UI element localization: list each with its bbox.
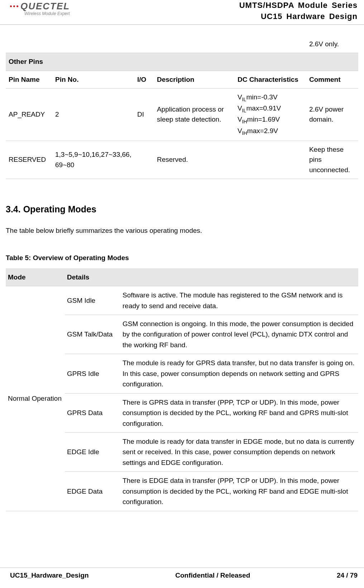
pin-desc: Reserved. — [154, 141, 235, 179]
section-intro: The table below briefly summarizes the v… — [6, 225, 358, 236]
content-area: 2.6V only. Other Pins Pin Name Pin No. I… — [0, 25, 364, 511]
section-title: Operating Modes — [23, 204, 96, 214]
footer-center: Confidential / Released — [175, 571, 250, 579]
col-pin-name: Pin Name — [6, 71, 52, 89]
col-pin-no: Pin No. — [52, 71, 134, 89]
mode-group-label: Normal Operation — [6, 286, 65, 511]
mode-detail: GSM connection is ongoing. In this mode,… — [120, 315, 358, 354]
page-footer: UC15_Hardware_Design Confidential / Rele… — [0, 568, 364, 579]
pin-table: 2.6V only. Other Pins Pin Name Pin No. I… — [6, 36, 358, 179]
pin-io — [134, 141, 154, 179]
pin-name: AP_READY — [6, 89, 52, 141]
doc-name: UC15 Hardware Design — [239, 11, 358, 22]
logo-wordmark: QUECTEL — [10, 1, 70, 12]
mode-sub: EDGE Data — [65, 472, 120, 511]
table5-caption: Table 5: Overview of Operating Modes — [6, 254, 358, 262]
doc-series: UMTS/HSDPA Module Series — [239, 0, 358, 11]
column-header-row: Pin Name Pin No. I/O Description DC Char… — [6, 71, 358, 89]
mode-col-details: Details — [65, 268, 358, 286]
table-row: Normal Operation GSM Idle Software is ac… — [6, 286, 358, 315]
hanging-comment: 2.6V only. — [306, 36, 358, 53]
mode-sub: GPRS Data — [65, 393, 120, 432]
table-row: AP_READY 2 DI Application process or sle… — [6, 89, 358, 141]
logo-text: QUECTEL — [20, 1, 70, 12]
pin-no: 2 — [52, 89, 134, 141]
pin-comment: 2.6V power domain. — [306, 89, 358, 141]
operating-modes-table: Mode Details Normal Operation GSM Idle S… — [6, 268, 358, 511]
pin-dc: VILmin=-0.3V VILmax=0.91V VIHmin=1.69V V… — [235, 89, 306, 141]
pin-comment: Keep these pins unconnected. — [306, 141, 358, 179]
footer-left: UC15_Hardware_Design — [10, 571, 89, 579]
mode-header-row: Mode Details — [6, 268, 358, 286]
mode-detail: There is GPRS data in transfer (PPP, TCP… — [120, 393, 358, 432]
mode-sub: GSM Talk/Data — [65, 315, 120, 354]
col-io: I/O — [134, 71, 154, 89]
mode-sub: GPRS Idle — [65, 354, 120, 393]
section-header-row: Other Pins — [6, 53, 358, 71]
pin-desc: Application process or sleep state detec… — [154, 89, 235, 141]
col-desc: Description — [154, 71, 235, 89]
mode-detail: The module is ready for GPRS data transf… — [120, 354, 358, 393]
other-pins-title: Other Pins — [6, 53, 358, 71]
mode-col-mode: Mode — [6, 268, 65, 286]
logo-dots-icon — [10, 5, 18, 7]
mode-sub: EDGE Idle — [65, 432, 120, 471]
table-row: RESERVED 1,3~5,9~10,16,27~33,66, 69~80 R… — [6, 141, 358, 179]
document-page: QUECTEL Wireless Module Expert UMTS/HSDP… — [0, 0, 364, 588]
pin-no: 1,3~5,9~10,16,27~33,66, 69~80 — [52, 141, 134, 179]
col-dc: DC Characteristics — [235, 71, 306, 89]
section-number: 3.4. — [6, 204, 21, 214]
mode-detail: Software is active. The module has regis… — [120, 286, 358, 315]
page-header: QUECTEL Wireless Module Expert UMTS/HSDP… — [0, 0, 364, 25]
logo-tagline: Wireless Module Expert — [24, 11, 70, 16]
col-comment: Comment — [306, 71, 358, 89]
mode-detail: There is EDGE data in transfer (PPP, TCP… — [120, 472, 358, 511]
footer-right: 24 / 79 — [337, 571, 358, 579]
pin-name: RESERVED — [6, 141, 52, 179]
pin-io: DI — [134, 89, 154, 141]
mode-detail: The module is ready for data transfer in… — [120, 432, 358, 471]
doc-title-block: UMTS/HSDPA Module Series UC15 Hardware D… — [239, 0, 358, 22]
logo-block: QUECTEL Wireless Module Expert — [10, 0, 70, 16]
mode-sub: GSM Idle — [65, 286, 120, 315]
pin-dc — [235, 141, 306, 179]
table-row: 2.6V only. — [6, 36, 358, 53]
section-heading: 3.4. Operating Modes — [6, 204, 358, 215]
